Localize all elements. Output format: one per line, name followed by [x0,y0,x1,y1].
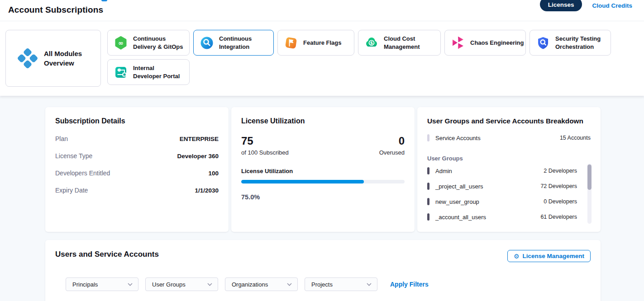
detail-label: License Type [55,152,92,160]
projects-filter-select[interactable]: Projects [305,277,377,291]
module-label: Chaos Engineering [470,39,524,47]
user-group-marker [427,167,429,174]
user-group-marker [427,213,429,221]
module-card-security-testing[interactable]: Security Testing Orchestration [530,30,611,56]
user-group-row: _project_all_users 72 Developers [427,183,591,190]
detail-value: Developer 360 [177,153,219,160]
module-card-internal-developer-portal[interactable]: Internal Developer Portal [107,59,190,85]
header-tabs: Licenses Cloud Credits [540,0,632,11]
user-group-marker [427,198,429,205]
module-label: Security Testing Orchestration [555,35,605,51]
filter-label: Principals [72,281,98,288]
page-title: Account Subscriptions [8,5,103,15]
chevron-down-icon [287,283,292,286]
utilization-bar-fill [241,180,364,183]
card-title: Subscription Details [55,117,219,125]
overused-caption: Overused [379,149,405,156]
chevron-down-icon [128,283,133,286]
subscription-details-card: Subscription Details Plan ENTERPRISE Lic… [45,107,229,232]
user-group-name: _project_all_users [435,183,540,190]
detail-label: Plan [55,135,68,142]
utilization-bar-label: License Utilization [241,168,405,174]
module-card-list: ∞ Continuous Delivery & GitOps [107,30,639,85]
cloud-credits-tab[interactable]: Cloud Credits [592,2,632,9]
ccm-module-icon: $ [364,36,379,50]
service-accounts-label: Service Accounts [435,135,560,141]
groups-scrollbar-thumb[interactable] [587,165,592,190]
detail-row-developers-entitled: Developers Entitled 100 [55,169,219,177]
all-modules-overview-card[interactable]: All Modules Overview [5,30,101,87]
user-group-row: new_user_group 0 Developers [427,198,591,205]
card-title: User Groups and Service Accounts Breakdo… [427,117,591,125]
overused-block: 0 Overused [379,135,405,156]
user-group-row: _account_all_users 61 Developers [427,213,591,221]
license-management-label: License Management [522,253,584,259]
feature-flags-module-icon [284,36,298,50]
user-group-value: 61 Developers [540,214,577,220]
user-group-value: 72 Developers [540,183,577,189]
svg-text:$: $ [370,41,373,45]
utilization-bar-track [241,180,405,183]
chaos-module-icon [451,36,465,50]
breakdown-card: User Groups and Service Accounts Breakdo… [417,107,601,232]
module-card-feature-flags[interactable]: Feature Flags [277,30,354,56]
used-count: 75 [241,135,289,147]
filter-label: Projects [311,281,333,288]
module-label: Continuous Integration [219,35,257,51]
service-accounts-row: Service Accounts 15 Accounts [427,134,591,141]
filter-label: User Groups [152,281,186,288]
module-label: Feature Flags [303,39,342,47]
cd-module-icon: ∞ [114,36,128,50]
module-label: Cloud Cost Management [384,35,426,51]
user-group-name: Admin [435,168,544,174]
chevron-down-icon [367,283,372,286]
detail-row-expiry-date: Expiry Date 1/1/2030 [55,187,219,194]
groups-scrollbar-track[interactable] [587,164,592,224]
utilization-percent: 75.0% [241,193,405,201]
user-group-value: 2 Developers [544,168,577,174]
users-section-title: Users and Service Accounts [55,250,159,259]
organizations-filter-select[interactable]: Organizations [225,277,298,291]
used-caption: of 100 Subscribed [241,149,289,156]
card-title: License Utilization [241,117,405,125]
chevron-down-icon [207,283,212,286]
used-licenses-block: 75 of 100 Subscribed [241,135,289,156]
ci-module-icon [200,36,214,50]
module-label: Continuous Delivery & GitOps [133,35,183,51]
overused-count: 0 [379,135,405,147]
module-card-continuous-delivery[interactable]: ∞ Continuous Delivery & GitOps [107,30,190,56]
detail-row-plan: Plan ENTERPRISE [55,135,219,142]
detail-value: 1/1/2030 [195,187,219,194]
user-group-marker [427,183,429,190]
user-group-name: new_user_group [435,198,544,205]
modules-strip: All Modules Overview ∞ Continuous Delive… [0,21,644,96]
user-groups-filter-select[interactable]: User Groups [145,277,218,291]
user-groups-section-label: User Groups [427,155,591,162]
users-and-service-accounts-card: Users and Service Accounts ⚙ License Man… [45,240,601,301]
module-card-continuous-integration[interactable]: Continuous Integration [193,30,274,56]
svg-text:∞: ∞ [118,39,124,46]
clipped-icon-fragment [101,0,107,1]
licenses-tab[interactable]: Licenses [540,0,582,11]
gear-icon: ⚙ [514,253,520,259]
module-card-chaos-engineering[interactable]: Chaos Engineering [444,30,526,56]
principals-filter-select[interactable]: Principals [66,277,138,291]
all-modules-label: All Modules Overview [44,49,87,68]
subscriptions-content: Subscription Details Plan ENTERPRISE Lic… [0,96,644,301]
detail-label: Expiry Date [55,187,88,194]
detail-value: ENTERPRISE [180,136,219,142]
module-card-cloud-cost-management[interactable]: $ Cloud Cost Management [358,30,441,56]
idp-module-icon [114,65,128,80]
detail-label: Developers Entitled [55,169,110,177]
apply-filters-button[interactable]: Apply Filters [390,281,429,288]
service-accounts-marker [427,134,429,141]
user-group-name: _account_all_users [435,214,540,221]
page-header: Account Subscriptions Licenses Cloud Cre… [0,0,644,21]
license-utilization-card: License Utilization 75 of 100 Subscribed… [231,107,415,232]
detail-value: 100 [208,170,219,177]
module-label: Internal Developer Portal [133,64,183,80]
user-groups-list: Admin 2 Developers _project_all_users 72… [427,167,591,221]
sto-module-icon [536,36,550,50]
license-management-button[interactable]: ⚙ License Management [507,250,591,262]
filter-label: Organizations [232,281,268,288]
